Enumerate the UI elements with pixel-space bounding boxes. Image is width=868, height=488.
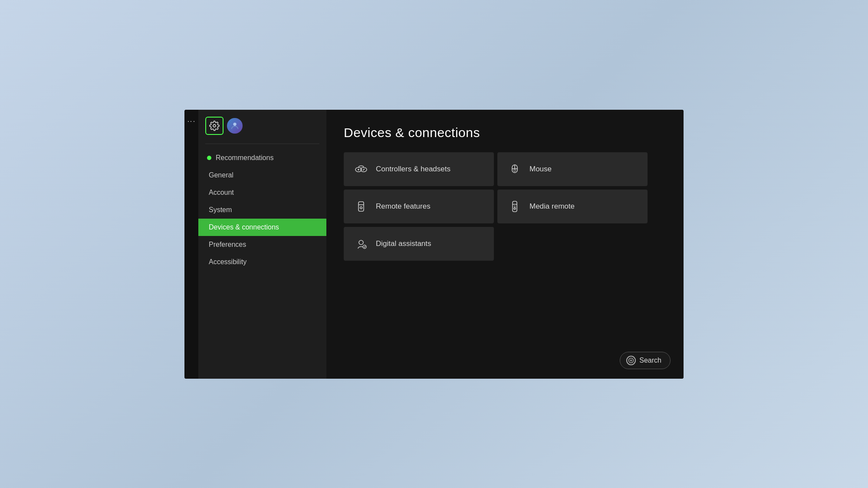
sidebar-label-accessibility: Accessibility [209,258,247,266]
grid-item-controllers[interactable]: Controllers & headsets [344,152,494,186]
grid-item-media-remote[interactable]: Media remote [497,190,648,223]
sidebar-label-preferences: Preferences [209,241,246,249]
sidebar-nav: Recommendations General Account System D… [198,149,326,271]
grid-item-remote-features[interactable]: Remote features [344,190,494,223]
sidebar-item-preferences[interactable]: Preferences [198,236,326,253]
grid-container: Controllers & headsets Mouse [344,152,648,261]
grid-item-digital-assistants[interactable]: Digital assistants [344,227,494,261]
svg-point-20 [359,240,363,245]
sidebar-item-account[interactable]: Account [198,184,326,201]
page-title: Devices & connections [344,125,666,140]
sidebar-label-devices: Devices & connections [209,223,279,231]
mouse-label: Mouse [529,165,552,174]
svg-rect-15 [513,201,517,212]
svg-point-11 [514,169,516,172]
grid-item-mouse[interactable]: Mouse [497,152,648,186]
avatar-icon [230,121,240,131]
dots-icon: ⋮ [187,118,195,124]
search-circle-icon [626,356,636,365]
media-remote-label: Media remote [529,202,575,211]
sidebar-label-account: Account [209,189,234,197]
sidebar-item-accessibility[interactable]: Accessibility [198,253,326,271]
svg-point-7 [363,169,364,170]
sidebar-item-general[interactable]: General [198,167,326,184]
sidebar-header [198,117,326,144]
sidebar-label-general: General [209,171,233,179]
sidebar-item-devices[interactable]: Devices & connections [198,219,326,236]
controllers-label: Controllers & headsets [376,165,450,174]
sidebar: Recommendations General Account System D… [198,110,326,379]
sidebar-label-recommendations: Recommendations [216,154,273,162]
recommendation-dot [207,156,211,160]
svg-point-6 [364,168,365,169]
svg-point-1 [233,122,236,125]
mouse-icon [508,162,522,176]
sidebar-strip: ⋮ [184,110,198,379]
svg-point-17 [514,208,516,210]
sidebar-item-system[interactable]: System [198,201,326,219]
profile-avatar[interactable] [227,118,243,134]
sidebar-label-system: System [209,206,232,214]
sidebar-item-recommendations[interactable]: Recommendations [198,149,326,167]
settings-icon-box[interactable] [205,117,224,135]
search-button[interactable]: Search [620,352,671,369]
remote-features-label: Remote features [376,202,431,211]
remote-features-icon [354,200,368,213]
svg-point-0 [213,124,216,127]
media-remote-icon [508,200,522,213]
settings-window: ⋮ Recommendations [184,110,684,379]
sidebar-divider [205,144,319,144]
settings-icon [209,121,220,131]
controllers-icon [354,162,368,176]
digital-assistants-label: Digital assistants [376,239,431,248]
svg-point-14 [360,206,362,209]
digital-assistants-icon [354,237,368,251]
main-content: Devices & connections Controllers & head [326,110,684,379]
search-label: Search [639,357,661,364]
